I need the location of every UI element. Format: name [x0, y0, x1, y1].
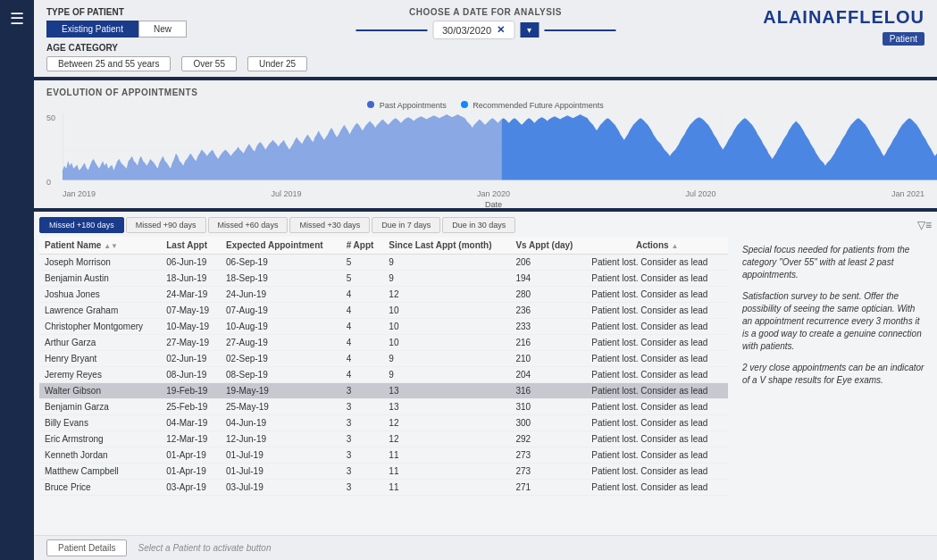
tab-missed30[interactable]: Missed +30 days: [289, 217, 370, 233]
patient-badge: Patient: [883, 32, 924, 46]
cell-last-appt: 04-Mar-19: [161, 415, 221, 431]
cell-last-appt: 02-Jun-19: [161, 351, 221, 367]
date-chooser-label: CHOOSE A DATE FOR ANALYSIS: [409, 7, 562, 17]
bottom-hint: Select a Patient to activate button: [138, 543, 271, 553]
x-label-jan2020: Jan 2020: [477, 189, 510, 198]
chart-legend: Past Appointments Recommended Future App…: [46, 101, 924, 110]
cell-num: 3: [341, 447, 384, 464]
col-header-actions: Actions ▲: [586, 237, 728, 255]
cell-expected: 07-Aug-19: [221, 303, 341, 319]
table-row[interactable]: Benjamin Austin 18-Jun-19 18-Sep-19 5 9 …: [39, 271, 728, 287]
sort-arrow-name: ▲▼: [104, 242, 118, 250]
table-row[interactable]: Arthur Garza 27-May-19 27-Aug-19 4 10 21…: [39, 335, 728, 351]
selected-date: 30/03/2020: [442, 25, 491, 36]
data-table-container: Patient Name ▲▼ Last Appt Expected Appoi…: [39, 237, 728, 535]
tab-missed60[interactable]: Missed +60 days: [208, 217, 289, 233]
date-chooser: CHOOSE A DATE FOR ANALYSIS 30/03/2020 ✕ …: [356, 7, 615, 39]
cell-num: 4: [341, 335, 384, 351]
table-row[interactable]: Walter Gibson 19-Feb-19 19-May-19 3 13 3…: [39, 383, 728, 399]
cell-expected: 24-Jun-19: [221, 287, 341, 303]
cell-action: Patient lost. Consider as lead: [586, 447, 728, 464]
table-row[interactable]: Henry Bryant 02-Jun-19 02-Sep-19 4 9 210…: [39, 351, 728, 367]
cell-num: 4: [341, 287, 384, 303]
chart-panel: EVOLUTION OF APPOINTMENTS Past Appointme…: [34, 80, 937, 208]
cell-action: Patient lost. Consider as lead: [586, 480, 728, 496]
table-wrapper: Patient Name ▲▼ Last Appt Expected Appoi…: [39, 237, 932, 535]
table-row[interactable]: Matthew Campbell 01-Apr-19 01-Jul-19 3 1…: [39, 464, 728, 480]
age-under25-button[interactable]: Under 25: [247, 56, 307, 71]
table-body: Joseph Morrison 06-Jun-19 06-Sep-19 5 9 …: [39, 255, 728, 496]
cell-expected: 03-Jul-19: [221, 480, 341, 496]
note-1: Special focus needed for patients from t…: [742, 244, 924, 281]
table-row[interactable]: Eric Armstrong 12-Mar-19 12-Jun-19 3 12 …: [39, 431, 728, 447]
cell-since: 10: [383, 319, 510, 335]
table-row[interactable]: Bruce Price 03-Apr-19 03-Jul-19 3 11 271…: [39, 480, 728, 496]
cell-action: Patient lost. Consider as lead: [586, 255, 728, 271]
table-row[interactable]: Joshua Jones 24-Mar-19 24-Jun-19 4 12 28…: [39, 287, 728, 303]
table-row[interactable]: Kenneth Jordan 01-Apr-19 01-Jul-19 3 11 …: [39, 447, 728, 464]
legend-past-label: Past Appointments: [380, 101, 447, 110]
chart-y-0: 0: [46, 178, 51, 187]
legend-future-label: Recommended Future Appointments: [473, 101, 604, 110]
cell-expected: 01-Jul-19: [221, 447, 341, 464]
date-pill: 30/03/2020 ✕: [432, 21, 515, 39]
col-header-last-appt: Last Appt: [161, 237, 221, 255]
existing-patient-button[interactable]: Existing Patient: [46, 21, 138, 38]
cell-last-appt: 08-Jun-19: [161, 367, 221, 383]
cell-num: 3: [341, 415, 384, 431]
cell-name: Eric Armstrong: [39, 431, 161, 447]
table-row[interactable]: Jeremy Reyes 08-Jun-19 08-Sep-19 4 9 204…: [39, 367, 728, 383]
cell-last-appt: 19-Feb-19: [161, 383, 221, 399]
cell-since: 10: [383, 335, 510, 351]
new-patient-button[interactable]: New: [138, 21, 187, 38]
cell-name: Kenneth Jordan: [39, 447, 161, 464]
tab-missed180[interactable]: Missed +180 days: [39, 217, 124, 233]
age-over55-button[interactable]: Over 55: [181, 56, 237, 71]
chart-y-50: 50: [46, 113, 55, 122]
table-row[interactable]: Billy Evans 04-Mar-19 04-Jun-19 3 12 300…: [39, 415, 728, 431]
menu-icon[interactable]: ☰: [10, 9, 24, 29]
cell-num: 3: [341, 480, 384, 496]
cell-vs: 204: [510, 367, 586, 383]
cell-since: 12: [383, 287, 510, 303]
cell-expected: 06-Sep-19: [221, 255, 341, 271]
date-dropdown-button[interactable]: ▾: [520, 22, 539, 38]
table-row[interactable]: Benjamin Garza 25-Feb-19 25-May-19 3 13 …: [39, 399, 728, 415]
col-header-num-appt: # Appt: [341, 237, 384, 255]
cell-num: 3: [341, 431, 384, 447]
cell-since: 11: [383, 447, 510, 464]
cell-name: Walter Gibson: [39, 383, 161, 399]
cell-name: Billy Evans: [39, 415, 161, 431]
table-row[interactable]: Lawrence Graham 07-May-19 07-Aug-19 4 10…: [39, 303, 728, 319]
cell-action: Patient lost. Consider as lead: [586, 383, 728, 399]
cell-action: Patient lost. Consider as lead: [586, 287, 728, 303]
cell-vs: 236: [510, 303, 586, 319]
age-between-button[interactable]: Between 25 and 55 years: [46, 56, 171, 71]
patient-details-button[interactable]: Patient Details: [46, 539, 127, 556]
cell-name: Benjamin Garza: [39, 399, 161, 415]
cell-last-appt: 27-May-19: [161, 335, 221, 351]
date-clear-button[interactable]: ✕: [497, 24, 505, 36]
tab-due7[interactable]: Due in 7 days: [372, 217, 440, 233]
cell-vs: 310: [510, 399, 586, 415]
col-header-vs-appt: Vs Appt (day): [510, 237, 586, 255]
cell-expected: 19-May-19: [221, 383, 341, 399]
cell-vs: 280: [510, 287, 586, 303]
cell-vs: 271: [510, 480, 586, 496]
cell-action: Patient lost. Consider as lead: [586, 319, 728, 335]
date-chooser-row: 30/03/2020 ✕ ▾: [356, 21, 615, 39]
col-header-expected: Expected Appointment: [221, 237, 341, 255]
cell-num: 4: [341, 303, 384, 319]
tab-missed90[interactable]: Missed +90 days: [126, 217, 206, 233]
cell-num: 4: [341, 351, 384, 367]
cell-last-appt: 24-Mar-19: [161, 287, 221, 303]
chart-title: EVOLUTION OF APPOINTMENTS: [46, 88, 924, 97]
filter-icon[interactable]: ▽≡: [917, 219, 932, 231]
cell-expected: 02-Sep-19: [221, 351, 341, 367]
legend-future: Recommended Future Appointments: [461, 101, 604, 110]
table-row[interactable]: Christopher Montgomery 10-May-19 10-Aug-…: [39, 319, 728, 335]
table-row[interactable]: Joseph Morrison 06-Jun-19 06-Sep-19 5 9 …: [39, 255, 728, 271]
tab-due30[interactable]: Due in 30 days: [442, 217, 515, 233]
cell-action: Patient lost. Consider as lead: [586, 367, 728, 383]
chart-x-date-label: Date: [63, 200, 924, 209]
